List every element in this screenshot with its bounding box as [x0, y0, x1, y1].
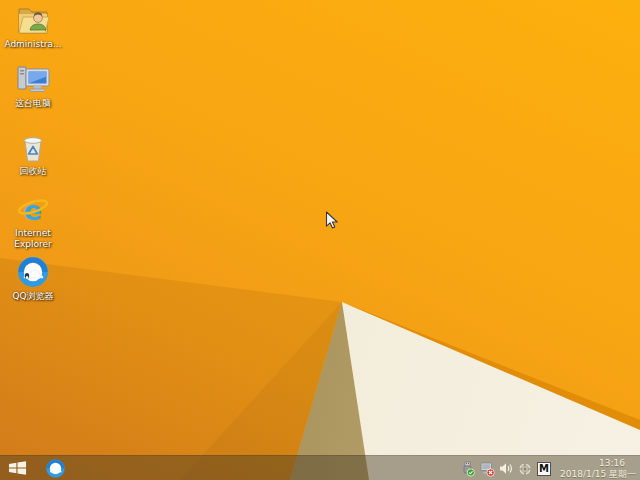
recycle-bin-icon — [18, 134, 48, 164]
system-tray: M 13:16 2018/1/15 星期一 — [461, 456, 636, 480]
tray-network-disconnected[interactable] — [480, 461, 495, 477]
administrator-folder-icon — [15, 3, 51, 37]
desktop-icon-label: Administra... — [4, 39, 61, 50]
desktop-icon-internet-explorer[interactable]: e InternetExplorer — [2, 194, 64, 250]
desktop-icon-label: InternetExplorer — [14, 228, 51, 250]
tray-utility[interactable] — [518, 461, 533, 477]
desktop-icon-label: 这台电脑 — [15, 98, 51, 109]
wallpaper-facet-cream — [0, 0, 640, 480]
desktop-icon-this-pc[interactable]: 这台电脑 — [2, 64, 64, 109]
usb-safely-remove-icon — [461, 461, 475, 477]
clock-time: 13:16 — [599, 458, 636, 469]
mouse-cursor — [325, 211, 339, 230]
crosshair-icon — [518, 462, 532, 476]
taskbar-item-qq-browser[interactable] — [40, 456, 70, 480]
clock-date: 2018/1/15 星期一 — [560, 469, 636, 480]
desktop-icon-administrator[interactable]: Administra... — [2, 3, 64, 50]
this-pc-icon — [15, 64, 51, 96]
desktop-icon-recycle-bin[interactable]: 回收站 — [2, 134, 64, 177]
desktop-icon-qq-browser[interactable]: QQ浏览器 — [2, 255, 64, 302]
qq-browser-icon — [16, 255, 50, 289]
desktop: Administra... 这台电脑 回收站 e InternetExplo — [0, 0, 640, 480]
tray-ime-indicator[interactable]: M — [537, 462, 551, 476]
network-error-icon — [480, 461, 495, 477]
wallpaper-facet-tan — [0, 0, 640, 480]
start-button[interactable] — [0, 456, 34, 480]
tray-safely-remove-hardware[interactable] — [461, 461, 476, 477]
taskbar: M 13:16 2018/1/15 星期一 — [0, 455, 640, 480]
tray-volume[interactable] — [499, 461, 514, 477]
desktop-icon-label: QQ浏览器 — [12, 291, 53, 302]
qq-browser-icon — [45, 458, 66, 479]
windows-logo-icon — [8, 461, 27, 475]
internet-explorer-icon: e — [15, 194, 51, 226]
taskbar-clock[interactable]: 13:16 2018/1/15 星期一 — [560, 458, 636, 480]
wallpaper-facet-shadow2 — [0, 0, 640, 480]
desktop-icon-label: 回收站 — [20, 166, 47, 177]
wallpaper-facet-ridge — [0, 0, 640, 480]
speaker-icon — [499, 462, 513, 475]
wallpaper-facet-shadow — [0, 0, 640, 480]
